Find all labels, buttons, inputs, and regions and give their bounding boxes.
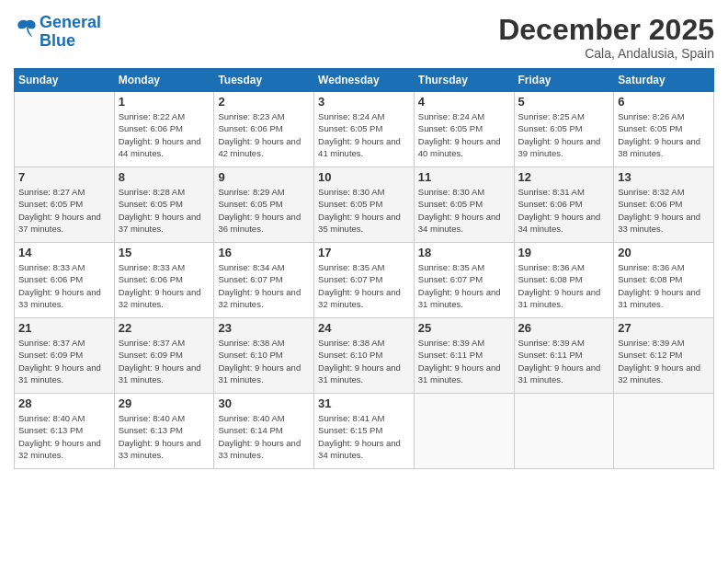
day-number: 12 [518,170,610,184]
calendar-cell: 29Sunrise: 8:40 AMSunset: 6:13 PMDayligh… [114,394,214,469]
day-number: 15 [119,246,210,259]
sunrise-text: Sunrise: 8:35 AM [418,262,484,272]
daylight-text: Daylight: 9 hours and 42 minutes. [218,136,301,158]
day-number: 21 [18,321,110,335]
week-row-5: 28Sunrise: 8:40 AMSunset: 6:13 PMDayligh… [15,394,714,469]
day-number: 3 [318,95,410,109]
calendar-cell: 21Sunrise: 8:37 AMSunset: 6:09 PMDayligh… [15,318,115,394]
calendar-cell: 23Sunrise: 8:38 AMSunset: 6:10 PMDayligh… [214,318,314,394]
sunset-text: Sunset: 6:06 PM [18,274,83,284]
sunrise-text: Sunrise: 8:40 AM [18,413,85,423]
calendar-cell: 8Sunrise: 8:28 AMSunset: 6:05 PMDaylight… [114,167,214,243]
daylight-text: Daylight: 9 hours and 33 minutes. [18,287,101,309]
sunrise-text: Sunrise: 8:28 AM [119,187,185,197]
sunset-text: Sunset: 6:06 PM [618,199,682,209]
day-info: Sunrise: 8:22 AMSunset: 6:06 PMDaylight:… [119,110,210,159]
sunset-text: Sunset: 6:07 PM [218,274,282,284]
calendar-cell [414,394,514,469]
sunrise-text: Sunrise: 8:33 AM [119,262,185,272]
sunrise-text: Sunrise: 8:22 AM [119,111,185,121]
sunset-text: Sunset: 6:11 PM [518,350,583,360]
day-info: Sunrise: 8:31 AMSunset: 6:06 PMDaylight:… [518,186,610,235]
calendar-header-row: Sunday Monday Tuesday Wednesday Thursday… [15,69,714,92]
calendar-cell: 28Sunrise: 8:40 AMSunset: 6:13 PMDayligh… [15,394,115,469]
daylight-text: Daylight: 9 hours and 44 minutes. [119,136,201,158]
daylight-text: Daylight: 9 hours and 31 minutes. [418,362,501,385]
sunrise-text: Sunrise: 8:30 AM [318,187,384,197]
daylight-text: Daylight: 9 hours and 32 minutes. [618,362,700,385]
sunrise-text: Sunrise: 8:40 AM [218,413,284,423]
daylight-text: Daylight: 9 hours and 32 minutes. [119,287,201,309]
calendar-cell: 27Sunrise: 8:39 AMSunset: 6:12 PMDayligh… [614,318,714,394]
day-number: 25 [418,321,510,335]
col-wednesday: Wednesday [314,69,415,92]
calendar-cell: 18Sunrise: 8:35 AMSunset: 6:07 PMDayligh… [414,243,514,318]
daylight-text: Daylight: 9 hours and 36 minutes. [218,212,301,234]
location-subtitle: Cala, Andalusia, Spain [498,46,714,61]
sunrise-text: Sunrise: 8:33 AM [18,262,85,272]
sunrise-text: Sunrise: 8:37 AM [18,338,85,348]
day-number: 8 [119,170,210,184]
calendar-cell: 2Sunrise: 8:23 AMSunset: 6:06 PMDaylight… [214,92,314,167]
sunset-text: Sunset: 6:05 PM [418,199,483,209]
day-info: Sunrise: 8:24 AMSunset: 6:05 PMDaylight:… [418,110,510,159]
day-number: 14 [18,246,110,259]
calendar-cell: 24Sunrise: 8:38 AMSunset: 6:10 PMDayligh… [314,318,415,394]
sunset-text: Sunset: 6:06 PM [119,123,183,133]
month-title: December 2025 [498,14,714,46]
calendar-cell: 17Sunrise: 8:35 AMSunset: 6:07 PMDayligh… [314,243,415,318]
sunset-text: Sunset: 6:14 PM [218,425,282,435]
sunset-text: Sunset: 6:07 PM [318,274,382,284]
calendar-cell [514,394,614,469]
day-number: 20 [618,246,710,259]
sunset-text: Sunset: 6:05 PM [318,199,382,209]
col-tuesday: Tuesday [214,69,314,92]
daylight-text: Daylight: 9 hours and 39 minutes. [518,136,601,158]
week-row-2: 7Sunrise: 8:27 AMSunset: 6:05 PMDaylight… [15,167,714,243]
sunset-text: Sunset: 6:06 PM [218,123,282,133]
sunset-text: Sunset: 6:08 PM [618,274,682,284]
day-info: Sunrise: 8:25 AMSunset: 6:05 PMDaylight:… [518,110,610,159]
sunrise-text: Sunrise: 8:26 AM [618,111,684,121]
calendar-cell: 31Sunrise: 8:41 AMSunset: 6:15 PMDayligh… [314,394,415,469]
calendar-cell: 26Sunrise: 8:39 AMSunset: 6:11 PMDayligh… [514,318,614,394]
calendar-cell: 1Sunrise: 8:22 AMSunset: 6:06 PMDaylight… [114,92,214,167]
calendar-cell: 25Sunrise: 8:39 AMSunset: 6:11 PMDayligh… [414,318,514,394]
day-number: 13 [618,170,710,184]
calendar-cell: 4Sunrise: 8:24 AMSunset: 6:05 PMDaylight… [414,92,514,167]
daylight-text: Daylight: 9 hours and 33 minutes. [218,438,301,460]
daylight-text: Daylight: 9 hours and 31 minutes. [318,362,401,385]
day-info: Sunrise: 8:29 AMSunset: 6:05 PMDaylight:… [218,186,310,235]
day-info: Sunrise: 8:32 AMSunset: 6:06 PMDaylight:… [618,186,710,235]
calendar-cell: 14Sunrise: 8:33 AMSunset: 6:06 PMDayligh… [15,243,115,318]
day-number: 9 [218,170,310,184]
sunset-text: Sunset: 6:10 PM [318,350,382,360]
day-number: 6 [618,95,710,109]
sunrise-text: Sunrise: 8:37 AM [119,338,185,348]
calendar-cell: 19Sunrise: 8:36 AMSunset: 6:08 PMDayligh… [514,243,614,318]
day-number: 26 [518,321,610,335]
calendar-cell: 6Sunrise: 8:26 AMSunset: 6:05 PMDaylight… [614,92,714,167]
daylight-text: Daylight: 9 hours and 31 minutes. [518,362,601,385]
day-number: 23 [218,321,310,335]
calendar-cell: 13Sunrise: 8:32 AMSunset: 6:06 PMDayligh… [614,167,714,243]
day-number: 18 [418,246,510,259]
sunrise-text: Sunrise: 8:23 AM [218,111,284,121]
day-info: Sunrise: 8:34 AMSunset: 6:07 PMDaylight:… [218,261,310,310]
logo-general: General [40,13,101,31]
daylight-text: Daylight: 9 hours and 31 minutes. [218,362,301,385]
day-info: Sunrise: 8:35 AMSunset: 6:07 PMDaylight:… [418,261,510,310]
sunrise-text: Sunrise: 8:39 AM [618,338,684,348]
day-number: 17 [318,246,410,259]
sunrise-text: Sunrise: 8:24 AM [418,111,484,121]
daylight-text: Daylight: 9 hours and 31 minutes. [418,287,501,309]
day-info: Sunrise: 8:27 AMSunset: 6:05 PMDaylight:… [18,186,110,235]
day-info: Sunrise: 8:40 AMSunset: 6:14 PMDaylight:… [218,412,310,461]
day-info: Sunrise: 8:38 AMSunset: 6:10 PMDaylight:… [218,337,310,385]
logo: General Blue [14,14,101,51]
day-info: Sunrise: 8:26 AMSunset: 6:05 PMDaylight:… [618,110,710,159]
daylight-text: Daylight: 9 hours and 31 minutes. [18,362,101,385]
sunrise-text: Sunrise: 8:40 AM [119,413,185,423]
day-number: 4 [418,95,510,109]
header: General Blue December 2025 Cala, Andalus… [14,14,714,61]
